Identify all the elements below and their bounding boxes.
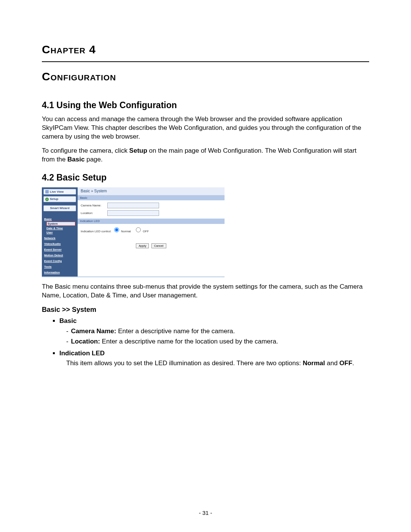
menu-event-config[interactable]: Event Config [44, 259, 75, 263]
li-basic: Basic Camera Name: Enter a descriptive n… [59, 317, 369, 346]
section-4-1-paragraph-1: You can access and manage the camera thr… [42, 115, 369, 141]
section-4-2-heading: 4.2 Basic Setup [42, 172, 369, 184]
gear-icon [45, 198, 49, 201]
text-fragment: page. [84, 156, 102, 163]
monitor-icon [45, 190, 49, 193]
smart-wizard-button[interactable]: Smart Wizard [43, 205, 76, 211]
sidebar: Live View Setup Smart Wizard Basic Syste… [42, 187, 78, 276]
led-and: and [325, 359, 339, 367]
camera-name-desc: Enter a descriptive name for the camera. [116, 328, 235, 335]
menu-date-time[interactable]: Date & Time [46, 227, 75, 230]
panel-led-header: Indication LED [78, 219, 225, 224]
location-desc: Enter a descriptive name for the locatio… [100, 338, 278, 345]
led-off-label: OFF [143, 230, 149, 233]
led-normal-bold: Normal [303, 359, 325, 367]
menu-motion-detect[interactable]: Motion Detect [44, 254, 75, 257]
basic-menu-description: The Basic menu contains three sub-menus … [42, 283, 369, 300]
led-description: This item allows you to set the LED illu… [66, 359, 369, 368]
led-text-a: This item allows you to set the LED illu… [66, 359, 303, 367]
content-pane: Basic » System Basic Camera Name: Locati… [78, 187, 225, 276]
basic-list: Basic Camera Name: Enter a descriptive n… [42, 317, 369, 368]
page-number: - 31 - [0, 509, 411, 517]
li-basic-label: Basic [59, 317, 76, 324]
menu-event-server[interactable]: Event Server [44, 248, 75, 251]
led-off-option[interactable]: OFF [134, 230, 149, 233]
led-control-row: Indication LED control: Normal OFF [78, 224, 225, 237]
led-period: . [352, 359, 354, 367]
live-view-label: Live View [50, 190, 64, 194]
location-item: Location: Enter a descriptive name for t… [66, 337, 369, 346]
apply-button[interactable]: Apply [136, 243, 149, 248]
cancel-button[interactable]: Cancel [151, 243, 166, 248]
camera-name-item: Camera Name: Enter a descriptive name fo… [66, 327, 369, 336]
basic-sublist: Camera Name: Enter a descriptive name fo… [66, 327, 369, 346]
live-view-button[interactable]: Live View [43, 189, 76, 195]
smart-wizard-label: Smart Wizard [50, 206, 69, 210]
divider [42, 61, 369, 62]
setup-button[interactable]: Setup [43, 196, 76, 202]
led-off-radio[interactable] [136, 227, 141, 232]
breadcrumb: Basic » System [78, 187, 225, 195]
panel-basic-header: Basic [78, 195, 225, 201]
menu-tools[interactable]: Tools [44, 265, 75, 268]
menu-network[interactable]: Network [44, 236, 75, 240]
web-config-screenshot: Live View Setup Smart Wizard Basic Syste… [42, 187, 225, 277]
text-fragment: To configure the camera, click [42, 147, 129, 154]
basic-form: Camera Name: Location: [78, 200, 225, 219]
section-4-1-paragraph-2: To configure the camera, click Setup on … [42, 147, 369, 164]
basic-keyword: Basic [67, 156, 84, 163]
location-input[interactable] [107, 210, 159, 216]
location-term: Location: [71, 338, 100, 345]
menu-information[interactable]: Information [44, 271, 75, 274]
setup-keyword: Setup [129, 147, 147, 154]
basic-system-subhead: Basic >> System [42, 305, 369, 314]
camera-name-term: Camera Name: [71, 328, 116, 335]
sidebar-menu: Basic System Date & Time User Network Vi… [42, 211, 78, 274]
chapter-title: Configuration [42, 69, 369, 85]
menu-system[interactable]: System [46, 222, 75, 226]
camera-name-label: Camera Name: [81, 204, 107, 208]
menu-basic[interactable]: Basic [44, 217, 75, 221]
led-normal-radio[interactable] [114, 227, 119, 232]
li-indication-led: Indication LED This item allows you to s… [59, 349, 369, 368]
li-led-label: Indication LED [59, 350, 105, 357]
led-normal-option[interactable]: Normal [112, 230, 131, 233]
location-label: Location: [81, 211, 107, 215]
menu-video-audio[interactable]: Video/Audio [44, 242, 75, 246]
section-4-1-heading: 4.1 Using the Web Configuration [42, 99, 369, 111]
setup-label: Setup [50, 197, 58, 201]
led-control-label: Indication LED control: [81, 230, 112, 233]
camera-name-input[interactable] [107, 203, 159, 208]
led-normal-label: Normal [121, 230, 131, 233]
chapter-label: Chapter 4 [42, 42, 369, 58]
button-row: Apply Cancel [78, 237, 225, 256]
led-off-bold: OFF [339, 359, 352, 367]
menu-user[interactable]: User [46, 231, 75, 234]
